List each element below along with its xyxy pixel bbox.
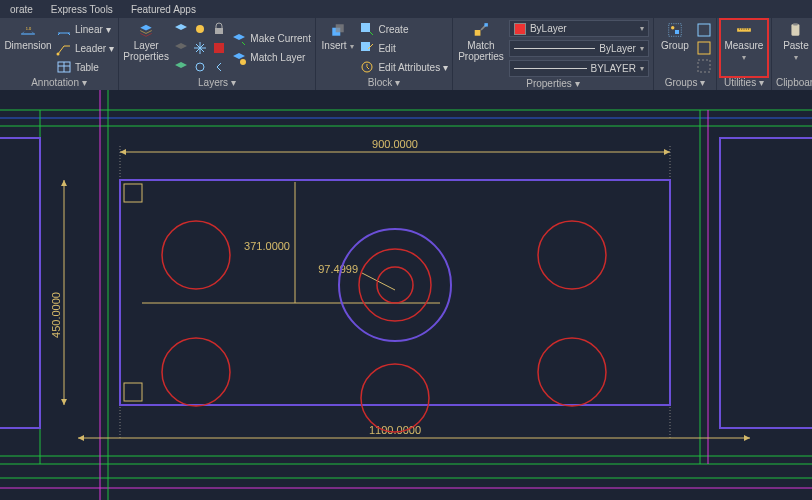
layer-state-icon[interactable] [173,21,189,37]
block-panel-label[interactable]: Block ▾ [320,76,448,90]
tab-featured-apps[interactable]: Featured Apps [123,2,204,17]
layer-thaw-icon[interactable] [192,40,208,56]
svg-rect-24 [793,23,798,25]
svg-rect-38 [720,138,812,428]
svg-rect-15 [484,23,487,26]
cad-drawing: 900.0000 450.0000 371.0000 97.4999 1100.… [0,90,812,500]
match-layer-icon [231,50,247,66]
measure-button[interactable]: Measure▾ [721,20,767,76]
chevron-down-icon: ▾ [640,64,644,73]
dimension-button[interactable]: 1.0 Dimension [4,20,52,76]
panel-annotation: 1.0 Dimension Linear ▾ Leader ▾ Table An… [0,18,119,90]
layers-panel-label[interactable]: Layers ▾ [123,76,311,90]
color-dropdown[interactable]: ByLayer▾ [509,20,649,37]
group-edit-icon[interactable] [696,40,712,56]
groups-panel-label[interactable]: Groups ▾ [658,76,712,90]
panel-layers: Layer Properties Make Current Match Laye… [119,18,316,90]
edit-icon [359,40,375,56]
ribbon-tabs: orate Express Tools Featured Apps [0,0,812,18]
panel-properties: Match Properties ByLayer▾ ByLayer▾ BYLAY… [453,18,654,90]
svg-rect-6 [214,43,224,53]
linetype-dropdown[interactable]: BYLAYER▾ [509,60,649,77]
layer-off-icon[interactable] [173,40,189,56]
burner-circle [361,364,429,432]
center-ring-mid [359,249,431,321]
layer-walk-icon[interactable] [192,59,208,75]
drawing-area[interactable]: 900.0000 450.0000 371.0000 97.4999 1100.… [0,90,812,500]
svg-point-17 [671,26,674,29]
linear-button[interactable]: Linear ▾ [56,21,114,38]
group-bbox-icon[interactable] [696,58,712,74]
line-icon [514,68,587,69]
panel-block: Insert ▾ Create Edit Edit Attributes ▾ B… [316,18,453,90]
svg-rect-5 [215,28,223,34]
paste-button[interactable]: Paste▾ [776,20,812,76]
layer-color-icon[interactable] [211,40,227,56]
tab-express-tools[interactable]: Express Tools [43,2,121,17]
svg-rect-41 [124,184,142,202]
dimension-icon: 1.0 [20,22,36,38]
svg-rect-14 [475,30,481,36]
layer-freeze-icon[interactable] [192,21,208,37]
measure-icon [736,22,752,38]
lineweight-dropdown[interactable]: ByLayer▾ [509,40,649,57]
panel-clipboard: Paste▾ Clipboard [772,18,812,90]
line-icon [514,48,595,49]
utilities-panel-label[interactable]: Utilities ▾ [721,76,767,90]
match-properties-button[interactable]: Match Properties [457,20,505,77]
burner-circle [538,338,606,406]
panel-utilities: Measure▾ Utilities ▾ [717,18,772,90]
make-current-button[interactable]: Make Current [231,30,311,47]
outline-rect [120,180,670,405]
svg-rect-11 [361,23,370,32]
svg-rect-42 [124,383,142,401]
layer-lock-icon[interactable] [211,21,227,37]
dim-width-top: 900.0000 [372,138,418,150]
layer-properties-button[interactable]: Layer Properties [123,20,169,76]
group-button[interactable]: Group [658,20,692,76]
svg-point-2 [57,53,60,56]
center-ring-inner [377,267,413,303]
svg-text:1.0: 1.0 [26,26,32,31]
svg-point-4 [196,25,204,33]
layer-state-icons [173,20,227,76]
leader-button[interactable]: Leader ▾ [56,40,114,57]
properties-panel-label[interactable]: Properties ▾ [457,77,649,91]
chevron-down-icon: ▾ [742,53,746,62]
panel-groups: Group Groups ▾ [654,18,717,90]
make-current-icon [231,31,247,47]
layers-icon [138,22,154,38]
annotation-panel-label[interactable]: Annotation ▾ [4,76,114,90]
create-block-button[interactable]: Create [359,21,447,38]
ungroup-icon[interactable] [696,22,712,38]
match-properties-icon [473,22,489,38]
dim-radius: 97.4999 [318,263,358,275]
group-icon [667,22,683,38]
chevron-down-icon: ▾ [794,53,798,62]
chevron-down-icon: ▾ [640,44,644,53]
tab-collaborate[interactable]: orate [2,2,41,17]
svg-rect-23 [791,24,799,35]
color-swatch-icon [514,23,526,35]
chevron-down-icon: ▾ [348,42,354,51]
match-layer-button[interactable]: Match Layer [231,49,311,66]
dim-height-left: 450.0000 [50,292,62,338]
table-button[interactable]: Table [56,59,114,76]
svg-rect-0 [21,33,35,34]
layer-prev-icon[interactable] [211,59,227,75]
match-properties-label: Match Properties [458,40,504,62]
dim-width-bottom: 1100.0000 [369,424,421,436]
svg-point-8 [240,59,246,65]
layer-iso-icon[interactable] [173,59,189,75]
layer-properties-label: Layer Properties [123,40,169,62]
edit-attributes-icon [359,59,375,75]
insert-button[interactable]: Insert ▾ [320,20,356,76]
edit-attributes-button[interactable]: Edit Attributes ▾ [359,59,447,76]
svg-line-47 [362,273,395,290]
svg-rect-37 [0,138,40,428]
center-ring-outer [339,229,451,341]
edit-block-button[interactable]: Edit [359,40,447,57]
chevron-down-icon: ▾ [640,24,644,33]
svg-rect-21 [698,60,710,72]
clipboard-panel-label[interactable]: Clipboard [776,76,812,90]
